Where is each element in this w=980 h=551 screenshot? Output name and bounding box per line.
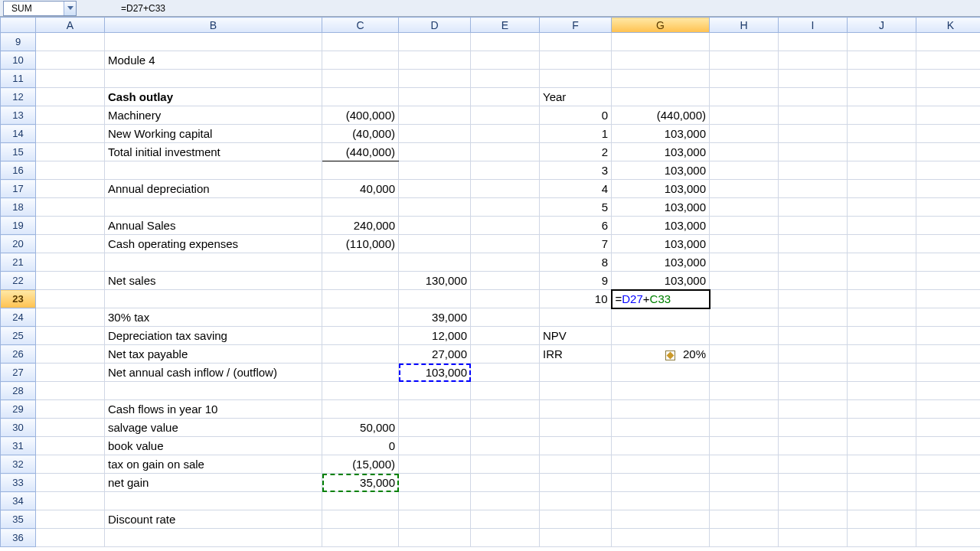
cell-G18[interactable]: 103,000 (612, 198, 710, 217)
cell-D24[interactable]: 39,000 (399, 308, 471, 327)
cell-H35[interactable] (710, 510, 779, 529)
smart-tag-icon[interactable] (665, 350, 675, 360)
cell-B27[interactable]: Net annual cash inflow / (outflow) (105, 364, 322, 382)
col-header[interactable]: K (916, 18, 981, 33)
cell-J18[interactable] (848, 198, 916, 217)
cell-H27[interactable] (710, 364, 779, 382)
cell-H23[interactable] (710, 290, 779, 308)
cell-A9[interactable] (36, 33, 105, 51)
cell-B28[interactable] (105, 382, 322, 400)
cell-F23[interactable]: 10 (540, 290, 612, 308)
cell-F18[interactable]: 5 (540, 198, 612, 217)
cell-C31[interactable]: 0 (322, 437, 399, 455)
cell-D10[interactable] (399, 51, 471, 70)
row-header[interactable]: 32 (1, 455, 36, 474)
cell-G36[interactable] (612, 529, 710, 547)
cell-E20[interactable] (471, 235, 540, 253)
cell-B30[interactable]: salvage value (105, 419, 322, 437)
cell-J28[interactable] (848, 382, 916, 400)
cell-K22[interactable] (916, 272, 981, 290)
cell-B13[interactable]: Machinery (105, 106, 322, 125)
row-header[interactable]: 26 (1, 345, 36, 364)
cell-I14[interactable] (779, 125, 848, 143)
cell-A10[interactable] (36, 51, 105, 70)
cell-H30[interactable] (710, 419, 779, 437)
name-box-dropdown-icon[interactable] (64, 2, 76, 15)
cell-A24[interactable] (36, 308, 105, 327)
cell-I23[interactable] (779, 290, 848, 308)
cell-C9[interactable] (322, 33, 399, 51)
cell-I34[interactable] (779, 492, 848, 510)
cell-E17[interactable] (471, 180, 540, 198)
col-header[interactable]: A (36, 18, 105, 33)
col-header[interactable]: H (710, 18, 779, 33)
cell-A28[interactable] (36, 382, 105, 400)
cell-J24[interactable] (848, 308, 916, 327)
col-header[interactable]: B (105, 18, 322, 33)
cell-D15[interactable] (399, 143, 471, 161)
cell-C34[interactable] (322, 492, 399, 510)
cell-I24[interactable] (779, 308, 848, 327)
cell-H14[interactable] (710, 125, 779, 143)
cell-K25[interactable] (916, 327, 981, 345)
cell-D30[interactable] (399, 419, 471, 437)
cell-E32[interactable] (471, 455, 540, 474)
cell-E12[interactable] (471, 88, 540, 106)
cell-E18[interactable] (471, 198, 540, 217)
cell-C30[interactable]: 50,000 (322, 419, 399, 437)
cell-K21[interactable] (916, 253, 981, 272)
cell-A35[interactable] (36, 510, 105, 529)
cell-J33[interactable] (848, 474, 916, 492)
cell-I21[interactable] (779, 253, 848, 272)
cell-C15[interactable]: (440,000) (322, 143, 399, 161)
cell-G30[interactable] (612, 419, 710, 437)
row-header[interactable]: 25 (1, 327, 36, 345)
cell-D12[interactable] (399, 88, 471, 106)
cell-J11[interactable] (848, 70, 916, 88)
cell-F26[interactable]: IRR (540, 345, 612, 364)
col-header[interactable]: D (399, 18, 471, 33)
col-header[interactable]: G (612, 18, 710, 33)
cell-A26[interactable] (36, 345, 105, 364)
cell-B24[interactable]: 30% tax (105, 308, 322, 327)
cell-F33[interactable] (540, 474, 612, 492)
cell-I31[interactable] (779, 437, 848, 455)
cell-E34[interactable] (471, 492, 540, 510)
cell-K17[interactable] (916, 180, 981, 198)
row-header[interactable]: 20 (1, 235, 36, 253)
cell-C19[interactable]: 240,000 (322, 217, 399, 235)
row-header[interactable]: 16 (1, 161, 36, 180)
cell-F25[interactable]: NPV (540, 327, 612, 345)
cell-I13[interactable] (779, 106, 848, 125)
cell-C25[interactable] (322, 327, 399, 345)
row-header[interactable]: 23 (1, 290, 36, 308)
cell-K18[interactable] (916, 198, 981, 217)
cell-J12[interactable] (848, 88, 916, 106)
cell-H21[interactable] (710, 253, 779, 272)
row-header[interactable]: 33 (1, 474, 36, 492)
cell-K10[interactable] (916, 51, 981, 70)
row-header[interactable]: 14 (1, 125, 36, 143)
row-header[interactable]: 17 (1, 180, 36, 198)
row-header[interactable]: 35 (1, 510, 36, 529)
cell-F34[interactable] (540, 492, 612, 510)
cell-I36[interactable] (779, 529, 848, 547)
cell-F29[interactable] (540, 400, 612, 419)
cell-F19[interactable]: 6 (540, 217, 612, 235)
cell-B20[interactable]: Cash operating expenses (105, 235, 322, 253)
row-header[interactable]: 15 (1, 143, 36, 161)
cell-E22[interactable] (471, 272, 540, 290)
cell-B15[interactable]: Total initial investment (105, 143, 322, 161)
cell-J23[interactable] (848, 290, 916, 308)
cell-D22[interactable]: 130,000 (399, 272, 471, 290)
cell-D27[interactable]: 103,000 (399, 364, 471, 382)
cell-H12[interactable] (710, 88, 779, 106)
cell-J14[interactable] (848, 125, 916, 143)
cell-D28[interactable] (399, 382, 471, 400)
cell-A34[interactable] (36, 492, 105, 510)
cell-C13[interactable]: (400,000) (322, 106, 399, 125)
cell-D32[interactable] (399, 455, 471, 474)
cell-A33[interactable] (36, 474, 105, 492)
cell-E25[interactable] (471, 327, 540, 345)
cell-K14[interactable] (916, 125, 981, 143)
